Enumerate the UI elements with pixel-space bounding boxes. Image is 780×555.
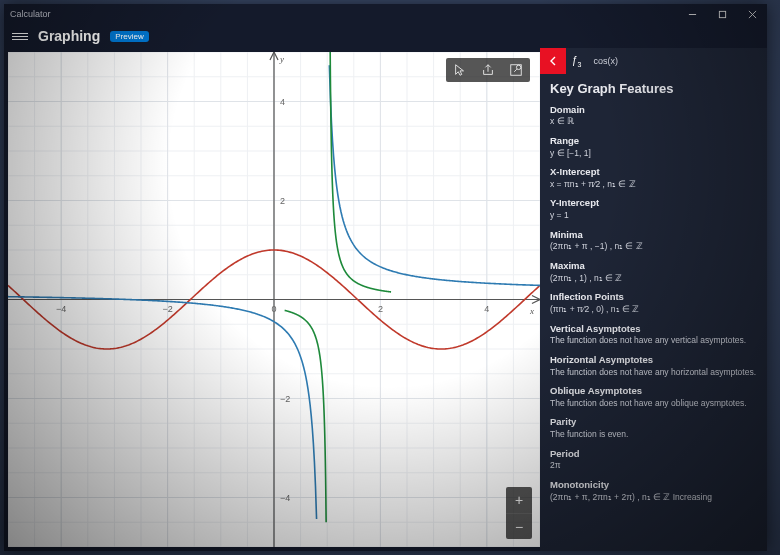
feature-value: (πn₁ + π⁄2 , 0) , n₁ ∈ ℤ (550, 304, 757, 315)
feature-item: Period2π (550, 448, 757, 472)
svg-rect-1 (719, 11, 725, 17)
panel-title: Key Graph Features (550, 80, 757, 98)
feature-value: 2π (550, 460, 757, 471)
function-header: ƒ3 cos(x) (540, 48, 767, 74)
share-button[interactable] (474, 58, 502, 82)
titlebar: Calculator (4, 4, 767, 24)
header: Graphing Preview (4, 24, 767, 48)
feature-value: y = 1 (550, 210, 757, 221)
x-axis-label: x (530, 306, 534, 316)
feature-value: (2πn₁ + π, 2πn₁ + 2π) , n₁ ∈ ℤ Increasin… (550, 492, 757, 503)
feature-label: X-Intercept (550, 166, 757, 179)
zoom-in-button[interactable]: + (506, 487, 532, 513)
feature-item: Rangey ∈ [−1, 1] (550, 135, 757, 159)
feature-item: Y-Intercepty = 1 (550, 197, 757, 221)
feature-label: Inflection Points (550, 291, 757, 304)
back-button[interactable] (540, 48, 566, 74)
feature-label: Range (550, 135, 757, 148)
feature-value: y ∈ [−1, 1] (550, 148, 757, 159)
feature-label: Maxima (550, 260, 757, 273)
feature-item: Oblique AsymptotesThe function does not … (550, 385, 757, 409)
feature-label: Parity (550, 416, 757, 429)
tick-label: −2 (162, 304, 172, 314)
feature-label: Oblique Asymptotes (550, 385, 757, 398)
function-label: ƒ3 (566, 55, 587, 68)
feature-item: Inflection Points(πn₁ + π⁄2 , 0) , n₁ ∈ … (550, 291, 757, 315)
graph-options-button[interactable] (502, 58, 530, 82)
feature-item: Minima(2πn₁ + π , −1) , n₁ ∈ ℤ (550, 229, 757, 253)
minimize-button[interactable] (677, 4, 707, 24)
feature-label: Y-Intercept (550, 197, 757, 210)
feature-value: The function does not have any horizonta… (550, 367, 757, 378)
feature-value: The function is even. (550, 429, 757, 440)
close-button[interactable] (737, 4, 767, 24)
feature-label: Domain (550, 104, 757, 117)
mode-name: Graphing (38, 28, 100, 44)
feature-item: ParityThe function is even. (550, 416, 757, 440)
y-axis-label: y (280, 54, 284, 64)
tick-label: 2 (378, 304, 383, 314)
svg-point-59 (516, 65, 520, 69)
feature-label: Vertical Asymptotes (550, 323, 757, 336)
window-title: Calculator (4, 9, 51, 19)
feature-item: X-Interceptx = πn₁ + π⁄2 , n₁ ∈ ℤ (550, 166, 757, 190)
side-panel: ƒ3 cos(x) Key Graph Features Domainx ∈ ℝ… (540, 48, 767, 551)
feature-value: x ∈ ℝ (550, 116, 757, 127)
graph-canvas (8, 52, 540, 547)
graph-toolbar (446, 58, 530, 82)
body: −4−2024−4−224 x y + − (4, 48, 767, 551)
feature-value: (2πn₁ + π , −1) , n₁ ∈ ℤ (550, 241, 757, 252)
zoom-controls: + − (506, 487, 532, 539)
tick-label: 4 (484, 304, 489, 314)
app-window: Calculator Graphing Preview −4−2024−4−22… (4, 4, 767, 551)
svg-line-60 (514, 69, 517, 72)
feature-value: The function does not have any oblique a… (550, 398, 757, 409)
tick-label: −2 (280, 394, 290, 404)
feature-label: Monotonicity (550, 479, 757, 492)
tick-label: −4 (280, 493, 290, 503)
feature-item: Domainx ∈ ℝ (550, 104, 757, 128)
feature-item: Vertical AsymptotesThe function does not… (550, 323, 757, 347)
zoom-out-button[interactable]: − (506, 513, 532, 539)
feature-label: Horizontal Asymptotes (550, 354, 757, 367)
panel-body[interactable]: Key Graph Features Domainx ∈ ℝRangey ∈ [… (540, 74, 767, 551)
feature-label: Period (550, 448, 757, 461)
feature-label: Minima (550, 229, 757, 242)
feature-value: (2πn₁ , 1) , n₁ ∈ ℤ (550, 273, 757, 284)
feature-item: Maxima(2πn₁ , 1) , n₁ ∈ ℤ (550, 260, 757, 284)
function-expression: cos(x) (587, 56, 618, 66)
tick-label: 2 (280, 196, 285, 206)
menu-button[interactable] (12, 33, 28, 40)
tick-label: −4 (56, 304, 66, 314)
feature-value: x = πn₁ + π⁄2 , n₁ ∈ ℤ (550, 179, 757, 190)
tick-label: 0 (271, 304, 276, 314)
preview-badge: Preview (110, 31, 148, 42)
cursor-tool-button[interactable] (446, 58, 474, 82)
tick-label: 4 (280, 97, 285, 107)
feature-item: Monotonicity(2πn₁ + π, 2πn₁ + 2π) , n₁ ∈… (550, 479, 757, 503)
feature-item: Horizontal AsymptotesThe function does n… (550, 354, 757, 378)
graph-area[interactable]: −4−2024−4−224 x y + − (8, 52, 540, 547)
feature-value: The function does not have any vertical … (550, 335, 757, 346)
maximize-button[interactable] (707, 4, 737, 24)
